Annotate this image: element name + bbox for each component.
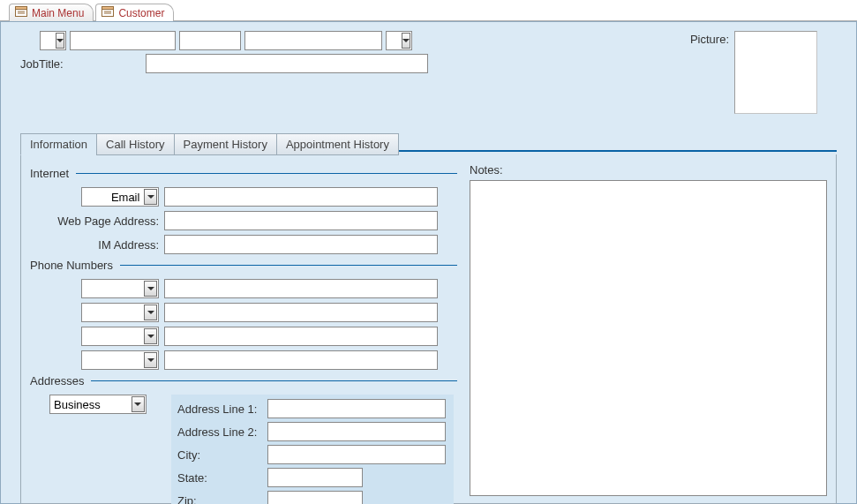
im-input[interactable] <box>164 235 438 254</box>
last-name-input[interactable] <box>244 31 382 50</box>
nav-tabs: Main Menu Customer <box>0 0 857 21</box>
webpage-label: Web Page Address: <box>57 214 159 228</box>
information-pane: Internet Web Page Address: <box>20 154 837 504</box>
chevron-down-icon[interactable] <box>144 305 157 320</box>
group-addresses-label: Addresses <box>30 374 84 387</box>
name-suffix-input[interactable] <box>387 32 401 49</box>
picture-label: Picture: <box>690 31 729 46</box>
state-label: State: <box>177 471 267 485</box>
group-rule <box>120 265 457 266</box>
address-line1-label: Address Line 1: <box>177 402 267 416</box>
zip-input[interactable] <box>267 491 363 504</box>
email-type-combo[interactable] <box>81 187 159 207</box>
svg-rect-1 <box>16 7 27 10</box>
customer-form: JobTitle: Picture: Information Call Hist… <box>0 21 857 504</box>
city-label: City: <box>177 448 267 462</box>
chevron-down-icon[interactable] <box>144 328 157 344</box>
form-icon <box>15 6 27 19</box>
name-prefix-input[interactable] <box>41 32 55 49</box>
tab-appointment-history[interactable]: Appointment History <box>276 133 399 155</box>
email-input[interactable] <box>164 187 438 207</box>
state-input[interactable] <box>267 468 363 487</box>
phone-type-input[interactable] <box>82 327 143 345</box>
phone-type-input[interactable] <box>82 280 143 297</box>
jobtitle-label: JobTitle: <box>20 57 140 71</box>
email-type-input[interactable] <box>82 188 143 206</box>
svg-rect-5 <box>102 7 114 10</box>
phone-type-input[interactable] <box>82 351 143 369</box>
phone-type-combo[interactable] <box>81 327 159 346</box>
chevron-down-icon[interactable] <box>144 352 157 368</box>
chevron-down-icon[interactable] <box>132 396 145 412</box>
group-internet-label: Internet <box>30 167 69 180</box>
address-type-input[interactable] <box>50 395 131 413</box>
group-phones: Phone Numbers <box>30 259 457 272</box>
zip-label: Zip: <box>177 494 267 505</box>
address-line1-input[interactable] <box>267 399 446 418</box>
address-line2-label: Address Line 2: <box>177 425 267 439</box>
phone-type-combo[interactable] <box>81 303 159 322</box>
phone-type-input[interactable] <box>82 304 143 321</box>
nav-tab-label: Customer <box>118 7 164 19</box>
webpage-input[interactable] <box>164 211 438 230</box>
tab-payment-history[interactable]: Payment History <box>174 133 277 155</box>
address-type-combo[interactable] <box>49 395 147 414</box>
phone-number-input[interactable] <box>164 327 438 346</box>
group-rule <box>76 173 457 174</box>
notes-textarea[interactable] <box>470 180 827 496</box>
group-addresses: Addresses <box>30 374 457 387</box>
phone-type-combo[interactable] <box>81 279 159 298</box>
form-icon <box>101 6 114 19</box>
picture-box[interactable] <box>734 31 817 114</box>
phone-number-input[interactable] <box>164 350 438 370</box>
nav-tab-customer[interactable]: Customer <box>95 4 174 21</box>
nav-tab-label: Main Menu <box>32 7 84 19</box>
chevron-down-icon[interactable] <box>144 281 157 297</box>
phone-type-combo[interactable] <box>81 350 159 370</box>
chevron-down-icon[interactable] <box>56 33 64 49</box>
tab-information[interactable]: Information <box>20 133 97 155</box>
phone-number-input[interactable] <box>164 279 438 298</box>
im-label: IM Address: <box>98 238 159 252</box>
group-phones-label: Phone Numbers <box>30 259 113 272</box>
first-name-input[interactable] <box>70 31 176 50</box>
notes-label: Notes: <box>470 163 827 177</box>
nav-tab-main-menu[interactable]: Main Menu <box>9 4 94 21</box>
group-internet: Internet <box>30 167 457 180</box>
chevron-down-icon[interactable] <box>402 33 410 49</box>
name-prefix-combo[interactable] <box>40 31 66 50</box>
city-input[interactable] <box>267 445 446 464</box>
phone-number-input[interactable] <box>164 303 438 322</box>
address-line2-input[interactable] <box>267 422 446 441</box>
tab-call-history[interactable]: Call History <box>96 133 174 155</box>
chevron-down-icon[interactable] <box>144 189 157 205</box>
name-suffix-combo[interactable] <box>386 31 412 50</box>
middle-name-input[interactable] <box>179 31 241 50</box>
sub-tabs: Information Call History Payment History… <box>20 133 842 155</box>
address-panel: Address Line 1: Address Line 2: City: <box>171 395 454 504</box>
group-rule <box>91 380 457 381</box>
jobtitle-input[interactable] <box>146 54 428 73</box>
